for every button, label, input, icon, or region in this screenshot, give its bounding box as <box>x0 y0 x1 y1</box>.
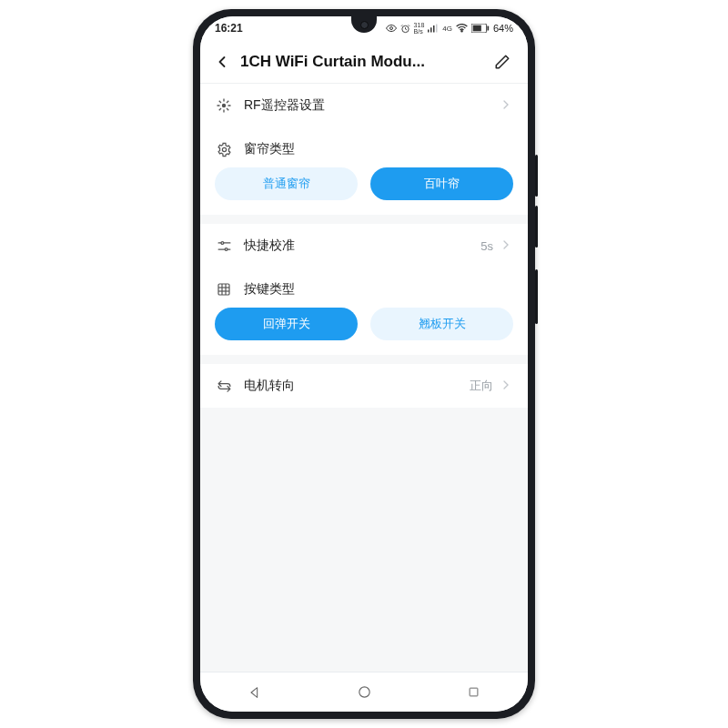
android-nav-bar <box>200 672 528 712</box>
battery-icon <box>471 24 490 33</box>
svg-point-15 <box>225 248 228 250</box>
content: RF遥控器设置 窗帘类型 普通窗帘 百叶帘 <box>200 84 528 672</box>
sliders-icon <box>215 237 233 255</box>
gear-icon <box>215 140 233 158</box>
row-curtain-type: 窗帘类型 <box>200 127 528 164</box>
triangle-back-icon <box>248 685 262 700</box>
keypad-icon <box>215 280 233 298</box>
svg-rect-22 <box>470 688 478 696</box>
svg-rect-16 <box>218 284 229 295</box>
nav-home-button[interactable] <box>337 678 391 707</box>
rf-icon <box>215 96 233 115</box>
rf-label: RF遥控器设置 <box>244 97 499 114</box>
pencil-icon <box>494 54 511 70</box>
status-time: 16:21 <box>215 22 243 35</box>
motor-label: 电机转向 <box>244 378 470 394</box>
volume-up-button <box>535 155 538 197</box>
chevron-right-icon <box>499 378 513 395</box>
row-quick-calibration[interactable]: 快捷校准 5s <box>200 224 528 268</box>
page-title: 1CH WiFi Curtain Modu... <box>238 53 486 71</box>
motor-value: 正向 <box>470 378 493 394</box>
alarm-icon <box>400 24 410 34</box>
card-rf-and-curtain: RF遥控器设置 窗帘类型 普通窗帘 百叶帘 <box>200 84 528 215</box>
segment-blinds[interactable]: 百叶帘 <box>370 167 513 200</box>
row-motor-direction[interactable]: 电机转向 正向 <box>200 364 528 408</box>
status-right: 318 B/s 4G 64% <box>386 22 513 35</box>
power-button <box>535 269 538 324</box>
svg-point-10 <box>223 105 226 107</box>
svg-point-6 <box>461 31 462 32</box>
phone-frame: 16:21 318 B/s 4G <box>193 9 535 719</box>
wifi-icon <box>456 24 468 33</box>
svg-point-0 <box>389 27 392 30</box>
square-recent-icon <box>467 685 480 699</box>
curtain-type-segment: 普通窗帘 百叶帘 <box>200 164 528 215</box>
svg-rect-5 <box>436 25 438 33</box>
quick-cal-label: 快捷校准 <box>244 238 480 254</box>
key-type-segment: 回弹开关 翘板开关 <box>200 304 528 355</box>
signal-icon <box>428 24 439 33</box>
chevron-right-icon <box>499 97 513 115</box>
title-bar: 1CH WiFi Curtain Modu... <box>200 40 528 84</box>
svg-point-11 <box>222 147 226 151</box>
curtain-type-label: 窗帘类型 <box>244 141 513 157</box>
nav-recent-button[interactable] <box>446 678 500 707</box>
status-battery: 64% <box>493 23 513 34</box>
status-network: 4G <box>442 25 452 33</box>
screen: 16:21 318 B/s 4G <box>200 16 528 712</box>
segment-normal-curtain[interactable]: 普通窗帘 <box>215 167 358 200</box>
status-speed: 318 B/s <box>414 22 425 35</box>
nav-back-button[interactable] <box>228 678 282 707</box>
svg-point-21 <box>359 687 369 697</box>
volume-down-button <box>535 206 538 248</box>
circle-home-icon <box>357 684 372 700</box>
chevron-right-icon <box>499 238 513 255</box>
svg-rect-4 <box>433 25 435 33</box>
row-key-type: 按键类型 <box>200 268 528 304</box>
svg-rect-8 <box>473 25 481 32</box>
segment-rebound-switch[interactable]: 回弹开关 <box>215 308 358 340</box>
chevron-left-icon <box>213 53 231 71</box>
row-rf-remote[interactable]: RF遥控器设置 <box>200 84 528 127</box>
back-button[interactable] <box>206 46 238 78</box>
svg-rect-2 <box>428 30 430 33</box>
quick-cal-value: 5s <box>480 239 493 253</box>
svg-rect-3 <box>430 27 432 32</box>
eye-icon <box>386 24 397 33</box>
edit-button[interactable] <box>486 46 519 78</box>
svg-point-13 <box>220 241 223 244</box>
card-calibration-and-key: 快捷校准 5s 按键类型 回弹开关 翘板开关 <box>200 224 528 355</box>
svg-rect-9 <box>487 26 489 31</box>
card-motor: 电机转向 正向 <box>200 364 528 408</box>
swap-icon <box>215 377 233 395</box>
key-type-label: 按键类型 <box>244 281 513 298</box>
segment-rocker-switch[interactable]: 翘板开关 <box>370 308 513 340</box>
